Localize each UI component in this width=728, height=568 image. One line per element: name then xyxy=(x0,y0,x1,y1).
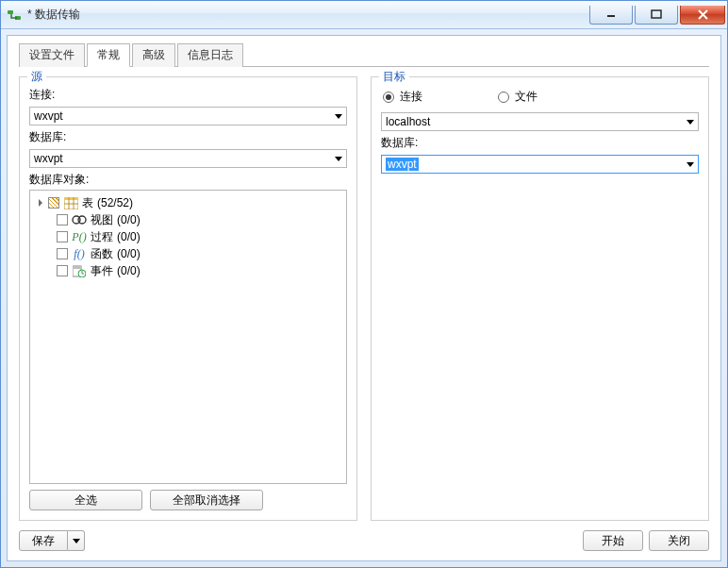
table-icon xyxy=(63,196,78,209)
select-all-button[interactable]: 全选 xyxy=(29,490,142,510)
save-button[interactable]: 保存 xyxy=(19,530,68,551)
save-dropdown[interactable] xyxy=(68,530,85,551)
checkbox-events[interactable] xyxy=(57,265,68,276)
tab-advanced[interactable]: 高级 xyxy=(132,43,175,67)
minimize-button[interactable] xyxy=(589,6,633,25)
checkbox-funcs[interactable] xyxy=(57,248,68,259)
save-split-button[interactable]: 保存 xyxy=(19,530,85,551)
objects-tree[interactable]: 表 (52/52) 视图 (0/0) xyxy=(29,190,347,484)
tree-count: (0/0) xyxy=(117,230,141,243)
app-window: * 数据传输 设置文件 常规 高级 信息日志 源 连接: xyxy=(0,0,728,568)
radio-label: 连接 xyxy=(400,89,422,105)
source-objects-label: 数据库对象: xyxy=(29,172,347,188)
source-database-select[interactable]: wxvpt xyxy=(29,149,347,168)
dialog-footer: 保存 开始 关闭 xyxy=(19,530,709,551)
tree-row-events[interactable]: 事件 (0/0) xyxy=(36,262,340,279)
target-database-label: 数据库: xyxy=(381,135,699,151)
tree-label: 事件 xyxy=(91,263,113,279)
svg-rect-15 xyxy=(73,266,81,269)
target-connection-select[interactable]: localhost xyxy=(381,112,699,131)
target-database-select[interactable]: wxvpt xyxy=(381,155,699,174)
tree-row-views[interactable]: 视图 (0/0) xyxy=(36,211,340,228)
svg-rect-0 xyxy=(8,10,13,14)
tree-label: 过程 xyxy=(91,229,113,245)
checkbox-views[interactable] xyxy=(57,214,68,226)
window-title: * 数据传输 xyxy=(27,7,80,23)
tree-label: 表 xyxy=(82,195,93,211)
tree-row-tables[interactable]: 表 (52/52) xyxy=(36,194,340,211)
radio-icon xyxy=(383,92,394,103)
checkbox-tables[interactable] xyxy=(48,197,59,209)
svg-point-13 xyxy=(78,216,86,224)
tree-count: (0/0) xyxy=(117,247,141,260)
source-database-value: wxvpt xyxy=(34,152,63,165)
tree-row-procs[interactable]: P() 过程 (0/0) xyxy=(36,228,340,245)
target-radio-file[interactable]: 文件 xyxy=(498,89,538,105)
client-area: 设置文件 常规 高级 信息日志 源 连接: wxvpt 数据库: wxvpt xyxy=(7,35,721,561)
svg-rect-8 xyxy=(64,197,78,200)
radio-label: 文件 xyxy=(515,89,538,105)
tab-settings[interactable]: 设置文件 xyxy=(19,43,85,67)
target-connection-value: localhost xyxy=(386,115,430,128)
start-button[interactable]: 开始 xyxy=(583,530,643,551)
procedure-icon: P() xyxy=(72,230,87,243)
tree-count: (52/52) xyxy=(97,196,133,209)
close-button[interactable] xyxy=(680,6,725,25)
target-group-title: 目标 xyxy=(379,69,409,85)
source-connection-label: 连接: xyxy=(29,87,347,103)
titlebar[interactable]: * 数据传输 xyxy=(1,1,727,29)
tree-count: (0/0) xyxy=(117,264,141,277)
source-connection-value: wxvpt xyxy=(34,109,63,123)
tree-row-funcs[interactable]: f() 函数 (0/0) xyxy=(36,245,340,262)
source-database-label: 数据库: xyxy=(29,129,347,145)
app-icon xyxy=(7,8,22,23)
chevron-down-icon xyxy=(687,162,694,167)
chevron-down-icon xyxy=(335,114,342,119)
tree-label: 视图 xyxy=(91,212,113,228)
tab-log[interactable]: 信息日志 xyxy=(177,43,243,67)
chevron-down-icon xyxy=(335,157,342,161)
event-icon xyxy=(72,264,87,277)
maximize-button[interactable] xyxy=(635,6,678,25)
tab-bar: 设置文件 常规 高级 信息日志 xyxy=(19,43,709,67)
close-dialog-button[interactable]: 关闭 xyxy=(649,530,709,551)
source-group: 源 连接: wxvpt 数据库: wxvpt 数据库对象: xyxy=(19,76,357,521)
deselect-all-button[interactable]: 全部取消选择 xyxy=(150,490,263,510)
function-icon: f() xyxy=(72,247,87,260)
chevron-down-icon xyxy=(73,539,80,543)
source-connection-select[interactable]: wxvpt xyxy=(29,107,347,125)
radio-icon xyxy=(498,92,509,103)
checkbox-procs[interactable] xyxy=(57,231,68,242)
tab-general[interactable]: 常规 xyxy=(87,43,130,67)
tree-label: 函数 xyxy=(91,246,113,262)
target-group: 目标 连接 文件 localhost 数据库: xyxy=(371,76,709,521)
target-database-value: wxvpt xyxy=(386,158,419,171)
target-radio-connection[interactable]: 连接 xyxy=(383,89,422,105)
expand-icon[interactable] xyxy=(36,196,44,209)
chevron-down-icon xyxy=(687,120,694,125)
view-icon xyxy=(72,213,87,226)
tree-count: (0/0) xyxy=(117,213,141,226)
svg-rect-4 xyxy=(652,10,661,18)
source-group-title: 源 xyxy=(27,69,46,85)
